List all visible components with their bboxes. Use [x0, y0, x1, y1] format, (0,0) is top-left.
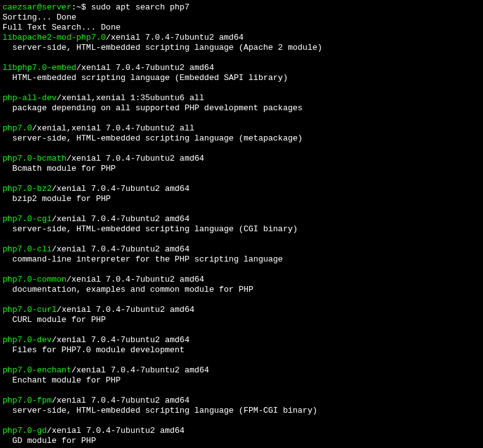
package-header: libphp7.0-embed/xenial 7.0.4-7ubuntu2 am…: [3, 63, 480, 73]
package-name: php7.0-gd: [3, 426, 47, 435]
package-entry: php7.0/xenial,xenial 7.0.4-7ubuntu2 alls…: [3, 123, 480, 144]
blank-line: [3, 113, 480, 123]
blank-line: [3, 386, 480, 396]
package-meta: /xenial 7.0.4-7ubuntu2 amd64: [52, 244, 189, 254]
package-entry: php7.0-cgi/xenial 7.0.4-7ubuntu2 amd64se…: [3, 214, 480, 234]
package-description: command-line interpreter for the PHP scr…: [3, 255, 480, 265]
package-name: php7.0-dev: [3, 335, 52, 345]
blank-line: [3, 83, 480, 93]
package-header: php-all-dev/xenial,xenial 1:35ubuntu6 al…: [3, 93, 480, 103]
package-name: libphp7.0-embed: [3, 63, 76, 72]
blank-line: [3, 325, 480, 335]
package-header: php7.0-common/xenial 7.0.4-7ubuntu2 amd6…: [3, 275, 480, 285]
status-line: Sorting... Done: [3, 13, 480, 23]
package-entry: php7.0-fpm/xenial 7.0.4-7ubuntu2 amd64se…: [3, 396, 480, 416]
package-name: php7.0-curl: [3, 305, 57, 314]
package-name: php7.0-common: [3, 275, 66, 284]
package-header: php7.0-enchant/xenial 7.0.4-7ubuntu2 amd…: [3, 365, 480, 376]
package-name: php7.0-cgi: [3, 214, 52, 224]
package-entry: php7.0-bz2/xenial 7.0.4-7ubuntu2 amd64bz…: [3, 184, 480, 204]
blank-line: [3, 174, 480, 184]
package-description: HTML-embedded scripting language (Embedd…: [3, 73, 480, 83]
package-name: php-all-dev: [3, 93, 57, 103]
package-entry: php7.0-common/xenial 7.0.4-7ubuntu2 amd6…: [3, 275, 480, 295]
package-name: php7.0-fpm: [3, 396, 52, 405]
package-header: php7.0-bcmath/xenial 7.0.4-7ubuntu2 amd6…: [3, 154, 480, 164]
package-header: libapache2-mod-php7.0/xenial 7.0.4-7ubun…: [3, 33, 480, 43]
package-name: php7.0-enchant: [3, 365, 71, 375]
package-entry: php7.0-cli/xenial 7.0.4-7ubuntu2 amd64co…: [3, 244, 480, 265]
package-description: CURL module for PHP: [3, 315, 480, 325]
package-meta: /xenial,xenial 1:35ubuntu6 all: [57, 93, 204, 103]
package-description: documentation, examples and common modul…: [3, 285, 480, 295]
blank-line: [3, 416, 480, 426]
blank-line: [3, 144, 480, 154]
package-name: php7.0-cli: [3, 244, 52, 254]
package-meta: /xenial 7.0.4-7ubuntu2 amd64: [76, 63, 214, 72]
package-header: php7.0-gd/xenial 7.0.4-7ubuntu2 amd64: [3, 426, 480, 436]
package-entry: php7.0-curl/xenial 7.0.4-7ubuntu2 amd64C…: [3, 305, 480, 325]
package-description: server-side, HTML-embedded scripting lan…: [3, 43, 480, 53]
package-description: Enchant module for PHP: [3, 376, 480, 386]
package-header: php7.0-cli/xenial 7.0.4-7ubuntu2 amd64: [3, 244, 480, 255]
package-meta: /xenial 7.0.4-7ubuntu2 amd64: [52, 335, 189, 345]
prompt-line[interactable]: caezsar@server:~$ sudo apt search php7: [3, 3, 480, 13]
package-description: package depending on all supported PHP d…: [3, 103, 480, 113]
package-header: php7.0/xenial,xenial 7.0.4-7ubuntu2 all: [3, 123, 480, 134]
package-entry: php7.0-dev/xenial 7.0.4-7ubuntu2 amd64Fi…: [3, 335, 480, 355]
package-header: php7.0-curl/xenial 7.0.4-7ubuntu2 amd64: [3, 305, 480, 315]
package-meta: /xenial,xenial 7.0.4-7ubuntu2 all: [32, 123, 194, 133]
package-meta: /xenial 7.0.4-7ubuntu2 amd64: [52, 214, 189, 224]
package-header: php7.0-dev/xenial 7.0.4-7ubuntu2 amd64: [3, 335, 480, 345]
package-meta: /xenial 7.0.4-7ubuntu2 amd64: [52, 396, 189, 405]
package-meta: /xenial 7.0.4-7ubuntu2 amd64: [66, 275, 204, 284]
prompt-command: sudo apt search php7: [91, 3, 189, 12]
blank-line: [3, 234, 480, 244]
blank-line: [3, 355, 480, 365]
prompt-user-host: caezsar@server: [3, 3, 71, 12]
package-entry: libphp7.0-embed/xenial 7.0.4-7ubuntu2 am…: [3, 63, 480, 83]
package-description: GD module for PHP: [3, 436, 480, 446]
package-meta: /xenial 7.0.4-7ubuntu2 amd64: [106, 33, 243, 42]
package-description: Files for PHP7.0 module development: [3, 345, 480, 355]
blank-line: [3, 265, 480, 275]
package-meta: /xenial 7.0.4-7ubuntu2 amd64: [47, 426, 184, 435]
package-entry: php-all-dev/xenial,xenial 1:35ubuntu6 al…: [3, 93, 480, 113]
package-meta: /xenial 7.0.4-7ubuntu2 amd64: [57, 305, 194, 314]
package-header: php7.0-bz2/xenial 7.0.4-7ubuntu2 amd64: [3, 184, 480, 194]
status-line: Full Text Search... Done: [3, 23, 480, 33]
package-description: bzip2 module for PHP: [3, 194, 480, 204]
package-name: php7.0: [3, 123, 32, 133]
package-name: libapache2-mod-php7.0: [3, 33, 106, 42]
package-description: server-side, HTML-embedded scripting lan…: [3, 134, 480, 144]
prompt-path: :~$: [71, 3, 86, 12]
package-description: Bcmath module for PHP: [3, 164, 480, 174]
package-name: php7.0-bcmath: [3, 154, 66, 163]
package-entry: php7.0-enchant/xenial 7.0.4-7ubuntu2 amd…: [3, 365, 480, 386]
package-header: php7.0-fpm/xenial 7.0.4-7ubuntu2 amd64: [3, 396, 480, 406]
package-meta: /xenial 7.0.4-7ubuntu2 amd64: [71, 365, 209, 375]
package-header: php7.0-cgi/xenial 7.0.4-7ubuntu2 amd64: [3, 214, 480, 224]
package-entry: php7.0-bcmath/xenial 7.0.4-7ubuntu2 amd6…: [3, 154, 480, 174]
package-name: php7.0-bz2: [3, 184, 52, 193]
blank-line: [3, 204, 480, 214]
blank-line: [3, 295, 480, 305]
package-entry: libapache2-mod-php7.0/xenial 7.0.4-7ubun…: [3, 33, 480, 53]
package-meta: /xenial 7.0.4-7ubuntu2 amd64: [66, 154, 204, 163]
package-description: server-side, HTML-embedded scripting lan…: [3, 224, 480, 234]
package-meta: /xenial 7.0.4-7ubuntu2 amd64: [52, 184, 189, 193]
blank-line: [3, 53, 480, 63]
package-entry: php7.0-gd/xenial 7.0.4-7ubuntu2 amd64GD …: [3, 426, 480, 446]
package-description: server-side, HTML-embedded scripting lan…: [3, 406, 480, 416]
